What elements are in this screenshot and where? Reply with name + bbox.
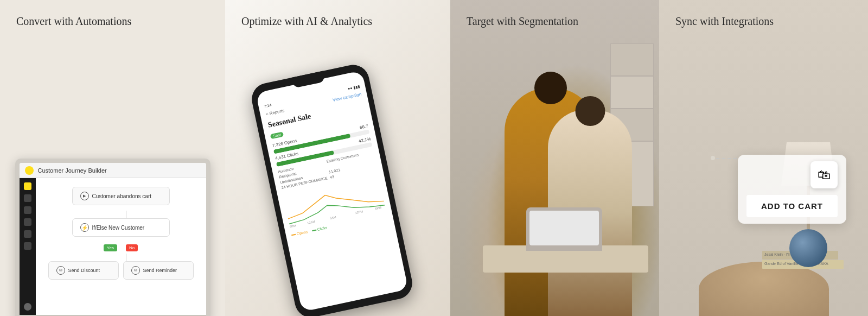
svg-text:6PM: 6PM (289, 224, 296, 229)
laptop-content-area: ▶ Customer abandons cart ⚡ If/Else New C… (20, 178, 206, 315)
send-reminder-label: Send Reminder (143, 268, 177, 273)
flow-icon-branch: ⚡ (80, 223, 89, 232)
svg-text:6AM: 6AM (329, 216, 336, 220)
sidebar-icon-5 (24, 242, 31, 250)
panel-analytics: Optimize with AI & Analytics 7:14 ●● ▮▮▮… (225, 0, 450, 316)
svg-text:12AM: 12AM (307, 220, 315, 225)
shelf-2 (611, 77, 653, 109)
sidebar-avatar (24, 303, 31, 311)
panel-segmentation: Target with Segmentation (450, 0, 659, 316)
shelf-1 (611, 44, 653, 77)
add-to-cart-button[interactable]: ADD TO CART (746, 195, 838, 217)
sidebar-icon-2 (24, 206, 31, 214)
shopify-icon-wrapper: 🛍 (746, 161, 838, 188)
flow-icon-email-1: ✉ (56, 266, 65, 275)
person-2-head (575, 96, 605, 126)
panel-integrations: Sync with Integrations Jesal Klein - I'l… (659, 0, 868, 316)
svg-text:6PM: 6PM (374, 206, 381, 210)
flow-icon-email-2: ✉ (131, 266, 140, 275)
laptop-on-desk (526, 207, 602, 251)
laptop-desk-screen (529, 211, 599, 245)
panel-integrations-title: Sync with Integrations (675, 15, 774, 28)
branch-no-label: No (126, 244, 138, 251)
phone-signal-icons: ●● ▮▮▮ (347, 84, 360, 91)
svg-text:12PM: 12PM (354, 210, 363, 214)
sidebar-icon-active (24, 182, 31, 190)
connection-dot (711, 156, 715, 160)
flow-node-send-reminder: ✉ Send Reminder (123, 261, 194, 280)
panel-analytics-title: Optimize with AI & Analytics (241, 15, 372, 28)
journey-builder-label: Customer Journey Builder (38, 167, 107, 174)
laptop-topbar: Customer Journey Builder (20, 163, 206, 178)
sidebar-icon-1 (24, 194, 31, 202)
shopify-icon: 🛍 (810, 161, 838, 188)
opens-pct: 66.7 (359, 124, 368, 130)
flow-node-if-else: ⚡ If/Else New Customer (72, 218, 170, 237)
phone-time: 7:14 (264, 103, 272, 109)
phone-back-link: < Reports (265, 108, 285, 117)
flow-node-send-discount: ✉ Send Discount (48, 261, 119, 280)
legend-opens: Opens (291, 230, 308, 237)
laptop-sidebar (20, 178, 36, 315)
laptop-body: Customer Journey Builder (15, 159, 210, 316)
flow-node-abandon-cart: ▶ Customer abandons cart (72, 187, 170, 205)
shopify-integration-card: 🛍 ADD TO CART (738, 155, 846, 224)
flow-connector-1 (126, 211, 126, 218)
wooden-table (699, 262, 829, 316)
legend-clicks: Clicks (311, 225, 328, 232)
sidebar-icon-3 (24, 218, 31, 226)
panel-segmentation-title: Target with Segmentation (467, 15, 578, 28)
sidebar-icon-4 (24, 230, 31, 238)
flow-connector-2 (126, 254, 126, 261)
node-abandon-cart-label: Customer abandons cart (92, 193, 152, 199)
send-discount-label: Send Discount (68, 268, 100, 273)
panel-automations-title: Convert with Automations (16, 15, 131, 28)
lamp-base (789, 229, 827, 267)
laptop-main-content: ▶ Customer abandons cart ⚡ If/Else New C… (36, 178, 206, 315)
flow-icon-play: ▶ (80, 192, 89, 200)
laptop-screen: Customer Journey Builder (20, 163, 206, 315)
laptop-mockup: Customer Journey Builder (11, 83, 214, 316)
mailchimp-icon (25, 166, 34, 175)
phone-sent-badge: Sent (270, 131, 284, 139)
shopify-logo-icon: 🛍 (818, 167, 831, 182)
branch-yes-label: Yes (104, 244, 117, 251)
node-if-else-label: If/Else New Customer (92, 225, 145, 231)
person-1-head (534, 72, 567, 104)
panel-automations: Convert with Automations Customer Journe… (0, 0, 225, 316)
